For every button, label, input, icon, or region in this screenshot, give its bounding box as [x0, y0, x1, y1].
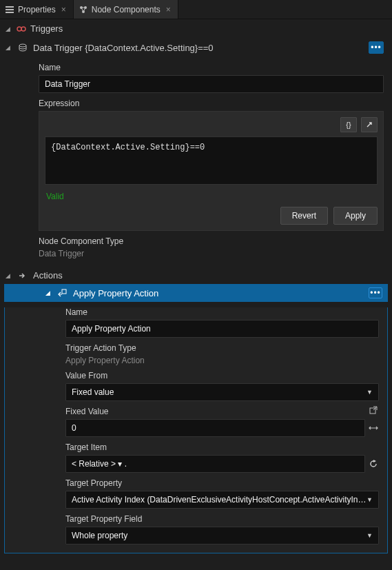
triggers-header[interactable]: ◢ Triggers: [0, 19, 392, 38]
svg-point-8: [19, 44, 26, 47]
target-item-label: Target Item: [65, 442, 387, 452]
select-value: Whole property: [72, 531, 127, 540]
section-title: Actions: [33, 270, 386, 281]
target-property-select[interactable]: Active Activity Index (DataDrivenExclusi…: [65, 491, 379, 509]
section-title: Triggers: [30, 23, 63, 34]
expression-label: Expression: [39, 99, 392, 108]
svg-point-6: [17, 27, 21, 31]
more-button[interactable]: •••: [369, 41, 384, 54]
fixed-value-input[interactable]: [65, 419, 365, 437]
apply-property-action-icon: [58, 288, 68, 298]
apply-button[interactable]: Apply: [333, 207, 378, 225]
refresh-icon[interactable]: [368, 458, 379, 469]
tab-node-components[interactable]: Node Components ×: [74, 0, 178, 19]
tab-properties[interactable]: Properties ×: [0, 0, 74, 19]
select-value: < Relative > ▾ .: [72, 459, 127, 469]
chevron-down-icon: ◢: [6, 44, 12, 51]
node-components-icon: [79, 6, 87, 14]
popout-button[interactable]: [361, 117, 378, 132]
expression-input[interactable]: {DataContext.Active.Setting}==0: [45, 136, 378, 185]
apa-title: Apply Property Action: [73, 288, 363, 298]
target-item-select[interactable]: < Relative > ▾ .: [65, 455, 365, 473]
svg-rect-0: [6, 6, 14, 8]
tab-label: Properties: [18, 5, 56, 14]
expression-status: Valid: [46, 192, 378, 201]
name-input[interactable]: [39, 75, 384, 93]
tab-label: Node Components: [92, 5, 161, 14]
target-property-field-label: Target Property Field: [65, 514, 387, 524]
chevron-down-icon: ▼: [367, 496, 373, 503]
chevron-down-icon: ◢: [45, 289, 52, 296]
select-value: Active Activity Index (DataDrivenExclusi…: [72, 495, 367, 505]
triggers-icon: [17, 24, 26, 34]
apa-name-input[interactable]: [65, 320, 379, 338]
chevron-down-icon: ▼: [367, 532, 373, 539]
apply-property-action-header[interactable]: ◢ Apply Property Action •••: [4, 284, 388, 302]
data-trigger-icon: [18, 43, 28, 52]
chevron-down-icon: ◢: [6, 272, 12, 279]
properties-icon: [6, 6, 14, 14]
fixed-value-label: Fixed Value: [65, 407, 108, 416]
expression-box: {} {DataContext.Active.Setting}==0 Valid…: [39, 111, 384, 231]
node-component-type-value: Data Trigger: [39, 249, 392, 258]
value-from-label: Value From: [65, 371, 387, 380]
target-property-label: Target Property: [65, 478, 387, 488]
trigger-action-type-value: Apply Property Action: [65, 356, 387, 365]
drag-horizontal-icon[interactable]: [368, 423, 379, 434]
svg-rect-1: [6, 9, 14, 10]
trigger-action-type-label: Trigger Action Type: [65, 343, 387, 353]
svg-rect-2: [6, 12, 14, 13]
close-icon[interactable]: ×: [60, 5, 68, 14]
actions-header[interactable]: ◢ Actions: [0, 267, 392, 284]
value-from-select[interactable]: Fixed value ▼: [65, 383, 379, 401]
name-label: Name: [65, 307, 387, 317]
select-value: Fixed value: [72, 387, 114, 397]
more-button[interactable]: •••: [369, 287, 382, 298]
export-icon[interactable]: [368, 405, 379, 416]
braces-button[interactable]: {}: [340, 117, 357, 132]
chevron-down-icon: ◢: [6, 26, 12, 32]
data-trigger-title: Data Trigger {DataContext.Active.Setting…: [33, 43, 363, 53]
tab-bar: Properties × Node Components ×: [0, 0, 392, 19]
data-trigger-header[interactable]: ◢ Data Trigger {DataContext.Active.Setti…: [0, 38, 392, 57]
name-label: Name: [39, 63, 392, 72]
svg-point-7: [21, 27, 25, 31]
svg-rect-9: [62, 289, 66, 294]
actions-icon: [18, 271, 28, 281]
revert-button[interactable]: Revert: [280, 207, 328, 225]
chevron-down-icon: ▼: [367, 389, 373, 396]
node-component-type-label: Node Component Type: [39, 236, 392, 246]
close-icon[interactable]: ×: [165, 5, 172, 14]
target-property-field-select[interactable]: Whole property ▼: [65, 527, 379, 544]
